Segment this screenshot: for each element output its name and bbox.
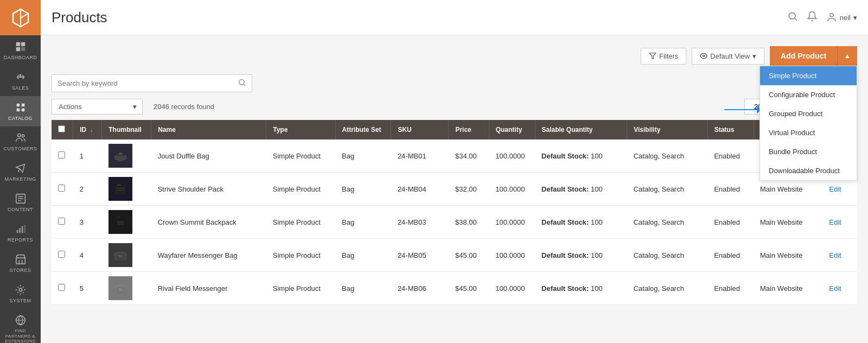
- row-visibility-cell: Catalog, Search: [627, 272, 707, 305]
- dropdown-item-virtual[interactable]: Virtual Product: [760, 123, 857, 142]
- row-salable-cell: Default Stock: 100: [535, 206, 627, 239]
- col-header-sku[interactable]: SKU: [391, 120, 449, 139]
- svg-rect-4: [21, 47, 24, 51]
- add-product-dropdown-toggle[interactable]: ▲: [838, 46, 857, 66]
- row-checkbox-cell: [52, 239, 73, 272]
- svg-point-25: [703, 55, 705, 57]
- select-all-checkbox[interactable]: [58, 125, 65, 132]
- col-header-type[interactable]: Type: [266, 120, 335, 139]
- row-visibility-cell: Catalog, Search: [627, 206, 707, 239]
- row-checkbox-3[interactable]: [58, 218, 65, 225]
- row-action-cell: Edit: [822, 272, 857, 305]
- svg-rect-39: [117, 218, 120, 219]
- filters-button[interactable]: Filters: [641, 48, 686, 65]
- row-checkbox-2[interactable]: [58, 185, 65, 192]
- row-price-cell: $32.00: [449, 173, 489, 206]
- dropdown-item-simple[interactable]: Simple Product: [760, 66, 857, 85]
- row-status-cell: Enabled: [707, 139, 754, 173]
- col-header-attribute-set[interactable]: Attribute Set: [335, 120, 391, 139]
- notification-icon[interactable]: [807, 11, 818, 24]
- svg-point-8: [22, 135, 24, 137]
- add-product-button[interactable]: Add Product: [770, 46, 838, 66]
- product-thumbnail: [108, 276, 132, 300]
- svg-rect-1: [16, 42, 20, 46]
- svg-line-27: [244, 84, 245, 86]
- svg-point-26: [239, 80, 244, 85]
- dropdown-item-grouped[interactable]: Grouped Product: [760, 104, 857, 123]
- actions-left: Actions ▾ 2046 records found: [52, 99, 214, 115]
- content-icon: [15, 193, 27, 205]
- edit-link-3[interactable]: Edit: [829, 218, 841, 226]
- dropdown-item-configurable[interactable]: Configurable Product: [760, 85, 857, 104]
- products-table: ID ↓ Thumbnail Name Type Attribute Set S…: [52, 120, 857, 305]
- table-row: 5 Rival Field Messenger Simple Product B…: [52, 272, 857, 305]
- sidebar-item-marketing[interactable]: MARKETING: [0, 157, 41, 187]
- sidebar-item-partners[interactable]: FIND PARTNERS & EXTENSIONS: [0, 309, 41, 343]
- sales-icon: $: [15, 71, 27, 83]
- user-menu[interactable]: neil ▾: [826, 12, 857, 23]
- toolbar: Filters Default View ▾ Add Product ▲ Sim…: [52, 46, 857, 66]
- row-salable-cell: Default Stock: 100: [535, 173, 627, 206]
- sidebar-item-catalog[interactable]: CATALOG: [0, 96, 41, 126]
- system-icon: [15, 284, 27, 296]
- row-type-cell: Simple Product: [266, 239, 335, 272]
- row-attribute-set-cell: Bag: [335, 173, 391, 206]
- row-checkbox-1[interactable]: [58, 151, 65, 158]
- col-header-id[interactable]: ID ↓: [73, 120, 102, 139]
- svg-rect-13: [16, 230, 18, 233]
- sidebar-item-stores[interactable]: STORES: [0, 248, 41, 278]
- row-status-cell: Enabled: [707, 173, 754, 206]
- filter-icon: [649, 52, 656, 60]
- svg-rect-14: [19, 228, 21, 233]
- row-checkbox-4[interactable]: [58, 251, 65, 258]
- row-sku-cell: 24-MB05: [391, 239, 449, 272]
- row-visibility-cell: Catalog, Search: [627, 173, 707, 206]
- row-salable-cell: Default Stock: 100: [535, 272, 627, 305]
- row-status-cell: Enabled: [707, 239, 754, 272]
- row-thumbnail-cell: [102, 139, 151, 173]
- row-quantity-cell: 100.0000: [489, 139, 535, 173]
- col-header-name[interactable]: Name: [151, 120, 266, 139]
- svg-text:$: $: [19, 74, 22, 79]
- sidebar-logo: [0, 0, 41, 35]
- col-header-quantity[interactable]: Quantity: [489, 120, 535, 139]
- col-header-price[interactable]: Price: [449, 120, 489, 139]
- svg-rect-35: [117, 188, 125, 189]
- row-price-cell: $45.00: [449, 239, 489, 272]
- row-price-cell: $45.00: [449, 272, 489, 305]
- sidebar-item-customers[interactable]: CUSTOMERS: [0, 126, 41, 157]
- sidebar-item-reports[interactable]: REPORTS: [0, 218, 41, 248]
- sidebar-item-system[interactable]: SYSTEM: [0, 278, 41, 309]
- row-name-cell: Rival Field Messenger: [151, 272, 266, 305]
- edit-link-4[interactable]: Edit: [829, 251, 841, 259]
- search-submit-button[interactable]: [238, 78, 246, 88]
- sidebar: DASHBOARD $ SALES CATALOG CUSTOMERS MARK…: [0, 0, 41, 343]
- row-attribute-set-cell: Bag: [335, 239, 391, 272]
- actions-select[interactable]: Actions: [52, 99, 127, 115]
- col-header-status[interactable]: Status: [707, 120, 754, 139]
- main-content: Products neil ▾ Filters: [41, 0, 868, 343]
- arrow-indicator: [724, 106, 762, 113]
- sidebar-item-dashboard[interactable]: DASHBOARD: [0, 35, 41, 66]
- sidebar-item-content[interactable]: CONTENT: [0, 187, 41, 218]
- default-view-button[interactable]: Default View ▾: [692, 48, 764, 65]
- sidebar-item-sales[interactable]: $ SALES: [0, 66, 41, 96]
- edit-link-2[interactable]: Edit: [829, 185, 841, 193]
- col-header-salable-quantity[interactable]: Salable Quantity: [535, 120, 627, 139]
- actions-dropdown-arrow[interactable]: ▾: [127, 99, 143, 115]
- dropdown-item-bundle[interactable]: Bundle Product: [760, 142, 857, 161]
- svg-rect-40: [117, 221, 124, 225]
- row-id-cell: 5: [73, 272, 102, 305]
- row-checkbox-5[interactable]: [58, 284, 65, 291]
- svg-rect-45: [119, 288, 122, 290]
- row-id-cell: 4: [73, 239, 102, 272]
- edit-link-5[interactable]: Edit: [829, 284, 841, 293]
- search-input[interactable]: [58, 79, 235, 87]
- svg-rect-36: [117, 190, 125, 190]
- id-sort-icon: ↓: [91, 127, 93, 133]
- search-icon[interactable]: [787, 11, 798, 24]
- row-status-cell: Enabled: [707, 206, 754, 239]
- row-visibility-cell: Catalog, Search: [627, 139, 707, 173]
- dropdown-item-downloadable[interactable]: Downloadable Product: [760, 161, 857, 180]
- col-header-visibility[interactable]: Visibility: [627, 120, 707, 139]
